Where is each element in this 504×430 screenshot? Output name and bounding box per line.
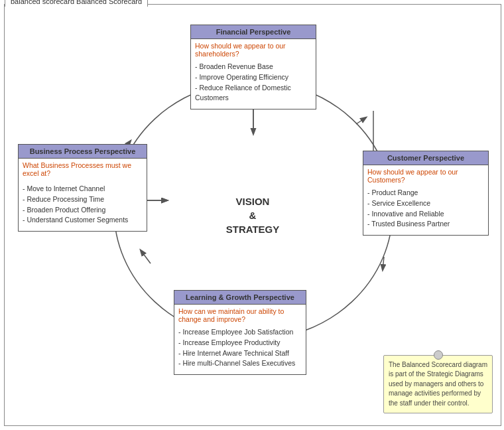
business-title: Business Process Perspective: [19, 145, 147, 159]
learning-items: - Increase Employee Job Satisfaction - I…: [174, 324, 306, 374]
learning-title: Learning & Growth Perspective: [174, 291, 306, 305]
tooltip-box: The Balanced Scorecard diagram is part o…: [383, 355, 493, 414]
tooltip-handle: [434, 350, 443, 360]
tooltip-text: The Balanced Scorecard diagram is part o…: [389, 361, 487, 407]
business-question: What Business Processes must we excel at…: [19, 159, 147, 179]
financial-box: Financial Perspective How should we appe…: [190, 25, 316, 109]
learning-box: Learning & Growth Perspective How can we…: [174, 290, 306, 375]
outer-border: balanced scorecard Balanced Scorecard: [4, 4, 501, 426]
financial-question: How should we appear to our shareholders…: [191, 39, 316, 59]
tab-label: balanced scorecard Balanced Scorecard: [5, 0, 148, 7]
financial-items: - Broaden Revenue Base - Improve Operati…: [191, 59, 316, 109]
customer-items: - Product Range - Service Excellence - I…: [363, 185, 488, 235]
customer-box: Customer Perspective How should we appea…: [363, 151, 489, 236]
business-items: - Move to Internet Channel - Reduce Proc…: [19, 179, 147, 231]
customer-title: Customer Perspective: [363, 151, 488, 165]
business-box: Business Process Perspective What Busine…: [18, 144, 147, 232]
learning-question: How can we maintain our ability to chang…: [174, 305, 306, 324]
financial-title: Financial Perspective: [191, 25, 316, 39]
center-vision: VISION & STRATEGY: [226, 194, 280, 236]
customer-question: How should we appear to our Customers?: [363, 165, 488, 185]
